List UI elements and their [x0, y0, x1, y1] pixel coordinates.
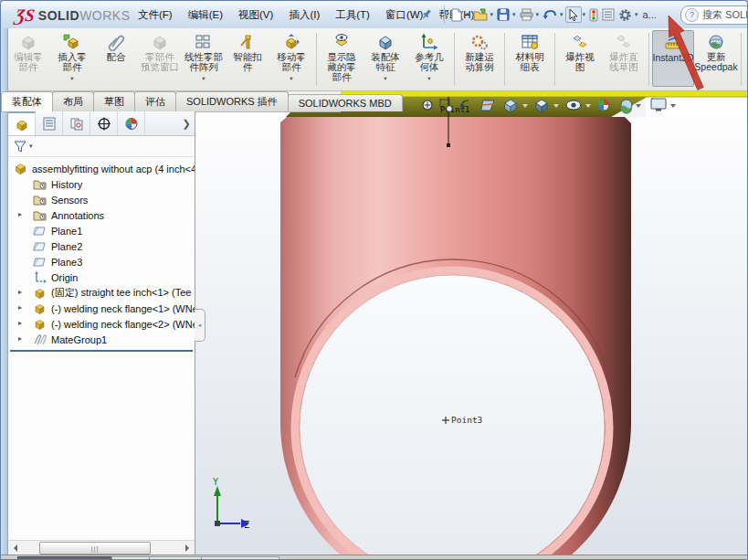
ribbon-button-label: 配合	[107, 52, 126, 62]
take-snapshot-button[interactable]: 拍快照	[744, 30, 748, 62]
show-hidden-components-button[interactable]: 显示隐藏的零部件	[320, 30, 363, 82]
mate-button[interactable]: 配合	[94, 30, 138, 62]
view-settings-icon[interactable]	[651, 99, 666, 111]
solidworks-window: Point1 Point3 Y Z	[0, 0, 748, 560]
ribbon-button-label: 爆炸视图	[565, 52, 595, 72]
cmdtab-评估[interactable]: 评估	[134, 91, 176, 111]
panel-splitter-handle[interactable]: ◂	[195, 309, 205, 342]
instant3d-icon	[664, 33, 682, 53]
tree-item-welding-neck-flange-2[interactable]: ▸ (-) welding neck flange<2> (WNe	[8, 316, 195, 332]
smart-fasteners-button[interactable]: 智能扣件	[226, 30, 269, 72]
tree-item-assembly-root[interactable]: assemblyfitting without acp (4 inch<4	[8, 161, 195, 176]
menu-w[interactable]: 窗口(W)	[385, 8, 424, 22]
select-tool-icon[interactable]	[565, 6, 582, 23]
tab-display-manager[interactable]	[118, 111, 145, 135]
scroll-thumb[interactable]: |||	[39, 542, 151, 555]
move-component-button[interactable]: 移动零部件▾	[269, 30, 313, 83]
tab-3d-views[interactable]: 3D 视图	[149, 556, 202, 560]
bottom-tab-inactive-dark[interactable]	[17, 556, 112, 560]
insert-components-button[interactable]: 插入零部件▾	[50, 30, 94, 83]
point1-label: Point1	[440, 105, 470, 114]
cmdtab-布局[interactable]: 布局	[52, 91, 94, 111]
tree-item-welding-neck-flange-1[interactable]: ▸ (-) welding neck flange<1> (WNe	[8, 301, 195, 316]
tree-item-history[interactable]: History	[8, 176, 195, 192]
new-motion-study-button[interactable]: 新建运动算例	[458, 30, 501, 72]
print-icon[interactable]	[518, 7, 535, 22]
panel-horizontal-scrollbar[interactable]: |||	[8, 540, 195, 555]
tab-motion-study1[interactable]: Motion Study1	[201, 556, 279, 560]
dropdown-caret-icon[interactable]: ▾	[427, 73, 430, 83]
tab-dimxpert-manager[interactable]	[90, 111, 118, 135]
tree-item-straight-tee[interactable]: ▸ (固定) straight tee inch<1> (Tee Ir	[8, 285, 195, 301]
tree-item-mategroup1[interactable]: ▸ MateGroup1	[8, 332, 195, 347]
dropdown-caret-icon[interactable]: ▾	[290, 73, 292, 83]
apply-scene-icon[interactable]	[621, 100, 632, 114]
assembly-features-icon	[376, 32, 395, 52]
edit-appearance-icon[interactable]	[598, 100, 609, 111]
show-hidden-components-icon	[332, 32, 351, 52]
tab-model[interactable]: 模型	[111, 556, 150, 560]
menu-v[interactable]: 视图(V)	[238, 8, 273, 22]
title-bar: ƷS SOLIDWORKS 文件(F)编辑(E)视图(V)插入(I)工具(T)窗…	[1, 1, 748, 29]
tab-feature-manager[interactable]	[8, 111, 36, 135]
exploded-view-button[interactable]: 爆炸视图	[558, 30, 602, 72]
new-motion-study-icon	[470, 32, 489, 52]
tab-property-manager[interactable]	[36, 111, 63, 135]
component-preview-button: 零部件预览窗口	[138, 30, 182, 72]
zoom-fit-icon[interactable]	[423, 100, 432, 110]
open-document-icon[interactable]	[471, 7, 490, 22]
dropdown-caret-icon[interactable]: ▾	[70, 73, 73, 83]
tree-item-sensors[interactable]: Sensors	[8, 192, 195, 207]
panel-tab-overflow-chevron[interactable]: ❯	[178, 111, 195, 135]
ribbon-group-separator	[454, 33, 455, 86]
bill-of-materials-button[interactable]: 材料明细表	[508, 30, 552, 72]
update-speedpak-button[interactable]: 更新Speedpak	[694, 30, 738, 72]
plane-icon	[33, 240, 47, 253]
settings-gear-icon[interactable]	[616, 7, 634, 23]
options-list-icon[interactable]	[600, 7, 616, 22]
expand-arrow-icon[interactable]: ▸	[18, 334, 22, 343]
cmdtab-草图[interactable]: 草图	[93, 91, 135, 111]
pin-menubar-icon[interactable]	[421, 7, 433, 24]
expand-arrow-icon[interactable]: ▸	[18, 303, 22, 312]
reference-geometry-button[interactable]: 参考几何体▾	[407, 30, 451, 83]
dropdown-caret-icon[interactable]: ▾	[202, 73, 205, 83]
tree-item-plane2[interactable]: Plane2	[8, 238, 195, 254]
expand-arrow-icon[interactable]: ▸	[18, 210, 22, 218]
triad-y-label: Y	[213, 477, 218, 487]
cmdtab-装配体[interactable]: 装配体	[1, 91, 53, 111]
tree-item-plane1[interactable]: Plane1	[8, 223, 195, 238]
tree-item-origin[interactable]: Origin	[8, 269, 195, 285]
undo-icon[interactable]	[541, 7, 559, 22]
save-icon[interactable]	[495, 7, 511, 22]
menu-i[interactable]: 插入(I)	[289, 8, 320, 22]
tree-item-annotations[interactable]: ▸ Annotations	[8, 207, 195, 223]
instant3d-button[interactable]: Instant3D	[652, 30, 694, 87]
qat-more-label[interactable]: a...	[643, 9, 657, 20]
cmdtab-solidworks-mbd[interactable]: SOLIDWORKS MBD	[288, 94, 403, 111]
tab-configuration-manager[interactable]	[63, 111, 90, 135]
menu-f[interactable]: 文件(F)	[138, 8, 173, 22]
ribbon-group-separator	[554, 33, 555, 86]
menu-t[interactable]: 工具(T)	[335, 8, 370, 22]
ribbon-button-label: 装配体特征	[371, 52, 400, 72]
scroll-left-arrow[interactable]	[8, 541, 21, 555]
linear-component-pattern-button[interactable]: 线性零部件阵列▾	[182, 30, 226, 83]
ribbon-button-label: 材料明细表	[515, 52, 544, 72]
search-box[interactable]: ? 搜索 SOLIDW	[680, 5, 748, 25]
expand-arrow-icon[interactable]: ▸	[18, 319, 22, 327]
assembly-features-button[interactable]: 装配体特征▾	[363, 30, 407, 83]
scroll-right-arrow[interactable]	[182, 541, 195, 555]
graphics-viewport[interactable]: Point1 Point3 Y Z	[195, 91, 748, 555]
expand-arrow-icon[interactable]: ▸	[18, 288, 22, 296]
xpress-products-icon[interactable]	[587, 7, 600, 23]
tree-filter-row[interactable]: ▾	[8, 136, 195, 157]
ribbon-button-label: 移动零部件	[277, 52, 306, 72]
hide-show-items-icon[interactable]	[566, 100, 581, 110]
rollback-bar[interactable]	[10, 350, 193, 352]
cmdtab-solidworks-插件[interactable]: SOLIDWORKS 插件	[175, 91, 289, 111]
dropdown-caret-icon[interactable]: ▾	[384, 73, 386, 83]
menu-e[interactable]: 编辑(E)	[188, 8, 223, 22]
new-document-icon[interactable]	[448, 7, 465, 23]
tree-item-plane3[interactable]: Plane3	[8, 254, 195, 269]
